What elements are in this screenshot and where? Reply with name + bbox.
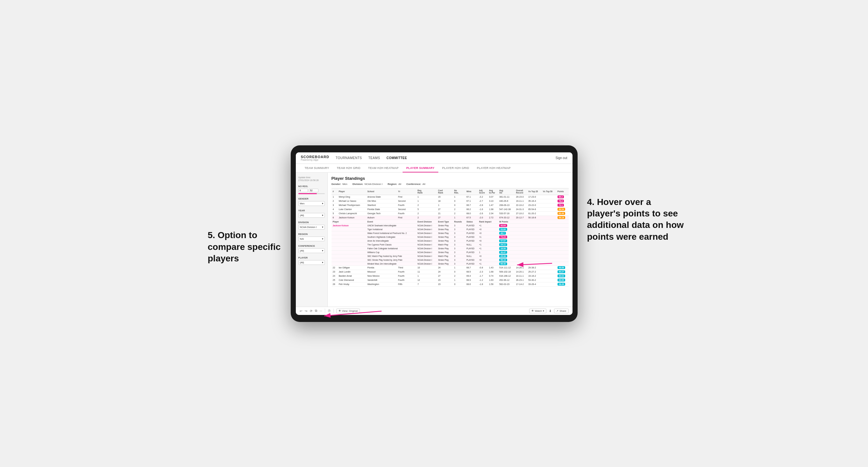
points-value: 72.1 <box>558 204 564 207</box>
chevron-down-icon: ▾ <box>322 214 323 217</box>
cell-avg-par: 1.98 <box>488 207 498 211</box>
chevron-down-icon: ▾ <box>543 310 544 312</box>
tooltip-data-row: SEC Match Play hosted by Jerry Pate NCAA… <box>332 254 569 258</box>
sub-nav: TEAM SUMMARY TEAM H2H GRID TEAM H2H HEAT… <box>296 164 572 173</box>
cell-points[interactable]: 60.49 <box>556 211 569 216</box>
tooltip-points: 53.60 <box>499 228 507 231</box>
nav-teams[interactable]: TEAMS <box>369 156 380 160</box>
cell-record: 22-10-2 <box>515 203 527 207</box>
cell-points[interactable]: 38.49 <box>556 282 569 286</box>
sign-out-link[interactable]: Sign out <box>556 156 567 160</box>
cell-wins: 67.1 <box>465 199 478 203</box>
cell-vs50 <box>541 266 556 270</box>
cell-school: Florida State <box>366 207 397 211</box>
subnav-team-summary[interactable]: TEAM SUMMARY <box>301 164 333 173</box>
cell-conf-rank: 27 <box>437 274 453 278</box>
year-dropdown[interactable]: (All) ▾ <box>298 213 325 218</box>
col-no-rds: NoRds. <box>453 188 465 195</box>
region-dropdown[interactable]: N/A ▾ <box>298 237 325 241</box>
cell-yr: Fifth <box>397 282 416 286</box>
subnav-player-h2h-grid[interactable]: PLAYER H2H GRID <box>438 164 473 173</box>
cell-vs25: 35-16-4 <box>527 199 541 203</box>
filter-gender-label: Gender: <box>332 183 341 186</box>
undo-icon[interactable]: ↩ <box>300 309 302 313</box>
panel-title: Player Standings <box>332 176 569 181</box>
clock-icon[interactable]: ⏱ <box>328 309 331 313</box>
more-icon[interactable]: ··· <box>320 309 322 313</box>
cell-adj-score: -2.8 <box>478 203 488 207</box>
cell-points[interactable]: 68.54 <box>556 207 569 211</box>
cell-reg-rank: 5 <box>416 207 437 211</box>
subnav-team-h2h-heatmap[interactable]: TEAM H2H HEATMAP <box>364 164 403 173</box>
cell-yr: Third <box>397 266 416 270</box>
redo-icon[interactable]: ↪ <box>305 309 307 313</box>
filter-conference-value: All <box>422 183 425 186</box>
cell-reg-rank: 7 <box>416 282 437 286</box>
view-original-button[interactable]: 👁 View: Original <box>336 309 360 313</box>
cell-conf-rank: 21 <box>437 211 453 216</box>
cell-rank: 1 <box>332 195 338 199</box>
no-rds-min-input[interactable] <box>298 189 308 192</box>
cell-no-rds: 1 <box>453 216 465 220</box>
player-dropdown[interactable]: (All) ▾ <box>298 260 325 265</box>
copy-icon[interactable]: ⧉ <box>315 309 317 313</box>
toolbar-sep-1 <box>325 309 325 313</box>
cell-vs50 <box>541 274 556 278</box>
gender-dropdown[interactable]: Men ▾ <box>298 201 325 206</box>
cell-points[interactable]: 78.2 <box>556 199 569 203</box>
cell-school: Ole Miss <box>366 199 397 203</box>
cell-vs50 <box>541 282 556 286</box>
cell-rank: 22 <box>332 266 338 270</box>
col-rank: # <box>332 188 338 195</box>
no-rds-slider[interactable] <box>298 193 325 194</box>
standings-table: # Player School Yr RegRank ConfRank NoRd… <box>332 188 569 287</box>
chevron-down-icon: ▾ <box>322 238 323 240</box>
conference-dropdown[interactable]: (All) ▾ <box>298 248 325 253</box>
cell-points[interactable]: 48.68 <box>556 266 569 270</box>
watch-button[interactable]: 👁 Watch ▾ <box>529 309 546 313</box>
cell-points[interactable]: 40.02 <box>556 274 569 278</box>
cell-vs25: 19-16-2 <box>527 274 541 278</box>
cell-avg-sg: 509-102-18 <box>498 270 515 274</box>
cell-vs25: 23-22-0 <box>527 203 541 207</box>
table-row: 3 Michael Thorbjornsen Stanford Fourth 2… <box>332 203 569 207</box>
subnav-player-h2h-heatmap[interactable]: PLAYER H2H HEATMAP <box>473 164 515 173</box>
slider-fill <box>298 193 317 194</box>
subnav-team-h2h-grid[interactable]: TEAM H2H GRID <box>333 164 364 173</box>
table-row: 25 Cole Sherwood Vanderbilt Fourth 12 23… <box>332 278 569 282</box>
no-rds-max-input[interactable] <box>309 189 318 192</box>
cell-avg-par: 1.68 <box>488 270 498 274</box>
cell-player: Ian Gilligan <box>337 266 366 270</box>
cell-points[interactable]: 39.95 <box>556 278 569 282</box>
cell-points[interactable]: 58.18 <box>556 216 569 220</box>
cell-vs25: 61-20-2 <box>527 211 541 216</box>
year-label: Year <box>298 209 325 212</box>
sidebar: Update time: 27/01/2024 16:56:26 No Rds. <box>296 173 328 307</box>
cell-yr: Fourth <box>397 203 416 207</box>
nav-tournaments[interactable]: TOURNAMENTS <box>336 156 362 160</box>
share-button[interactable]: ↗ Share <box>554 309 568 313</box>
table-row: 26 Petr Hruby Washington Fifth 7 23 0 68… <box>332 282 569 286</box>
tooltip-data-row: Fallen Oak Collegiate Invitational NCAA … <box>332 246 569 250</box>
refresh-icon[interactable]: ⟳ <box>310 309 312 313</box>
subnav-player-summary[interactable]: PLAYER SUMMARY <box>403 164 439 173</box>
cell-no-rds: 0 <box>453 203 465 207</box>
cell-no-rds: 1 <box>453 278 465 282</box>
cell-points[interactable]: 88.2 <box>556 195 569 199</box>
cell-school: Auburn <box>366 216 397 220</box>
tooltip-points: 57.57 <box>499 240 507 242</box>
no-rds-section: No Rds. <box>298 185 325 194</box>
cell-points[interactable]: 72.1 <box>556 203 569 207</box>
cell-adj-score: -1.7 <box>478 274 488 278</box>
cell-yr: First <box>397 195 416 199</box>
nav-committee[interactable]: COMMITTEE <box>386 156 407 160</box>
cell-adj-score: -2.3 <box>478 270 488 274</box>
cell-points[interactable]: 40.27 <box>556 270 569 274</box>
cell-yr: Second <box>397 207 416 211</box>
tooltip-data-row: Jackson Koioun UNCW Seahawk Intercollegi… <box>332 223 569 227</box>
cell-wins: 67.1 <box>465 195 478 199</box>
division-dropdown[interactable]: NCAA Division I ▾ <box>298 225 325 229</box>
download-icon[interactable]: ⬇ <box>549 309 552 313</box>
cell-vs25: 65-54-6 <box>527 207 541 211</box>
no-rds-label: No Rds. <box>298 185 325 188</box>
